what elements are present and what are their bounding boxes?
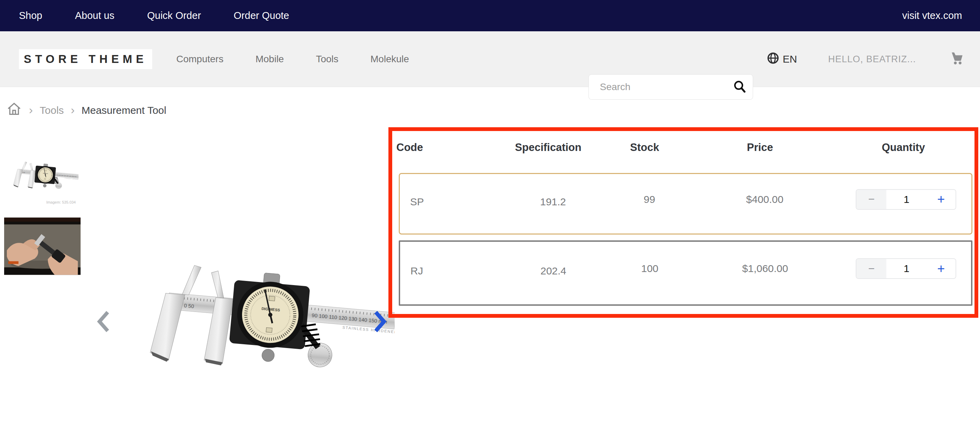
quantity-decrease-button[interactable]: − <box>856 190 886 209</box>
store-header: STORE THEME Computers Mobile Tools Molek… <box>0 31 980 87</box>
quantity-input[interactable] <box>886 190 926 209</box>
topbar-link-order-quote[interactable]: Order Quote <box>234 10 289 21</box>
breadcrumb: › Tools › Measurement Tool <box>6 101 166 120</box>
sku-stock: 99 <box>610 174 689 233</box>
language-label: EN <box>783 53 797 65</box>
product-thumbnail-video[interactable] <box>4 217 81 275</box>
search-icon <box>732 79 747 95</box>
thumbnail-watermark: Imagem: 535.034 <box>46 200 76 204</box>
store-logo[interactable]: STORE THEME <box>19 49 152 69</box>
quantity-decrease-button[interactable]: − <box>856 259 886 278</box>
sku-code: SP <box>400 174 496 233</box>
search-box <box>589 74 753 100</box>
sku-selector-highlight: Code Specification Stock Price Quantity … <box>388 127 978 318</box>
top-bar: Shop About us Quick Order Order Quote vi… <box>0 0 980 31</box>
column-header-code: Code <box>395 141 492 154</box>
sku-table-header: Code Specification Stock Price Quantity <box>395 141 971 154</box>
globe-icon <box>767 52 780 67</box>
sku-stock: 100 <box>610 242 689 304</box>
breadcrumb-separator-icon: › <box>71 104 75 117</box>
breadcrumb-separator-icon: › <box>29 104 33 117</box>
product-thumbnail-image[interactable]: Imagem: 535.034 <box>4 144 78 206</box>
breadcrumb-category[interactable]: Tools <box>40 105 64 116</box>
sku-specification: 191.2 <box>496 174 610 233</box>
nav-item-mobile[interactable]: Mobile <box>256 54 284 65</box>
top-bar-links: Shop About us Quick Order Order Quote <box>19 10 289 21</box>
column-header-stock: Stock <box>605 141 684 154</box>
main-nav: Computers Mobile Tools Molekule <box>176 31 409 87</box>
product-main-image <box>116 265 395 368</box>
language-selector[interactable]: EN <box>767 31 797 87</box>
sku-row-sp[interactable]: SP 191.2 99 $400.00 − + <box>399 173 972 234</box>
video-thumbnail-image <box>4 217 81 275</box>
breadcrumb-current-page: Measurement Tool <box>82 105 166 116</box>
cart-icon <box>949 52 965 67</box>
sku-price: $1,060.00 <box>689 242 841 304</box>
topbar-link-shop[interactable]: Shop <box>19 10 42 21</box>
column-header-quantity: Quantity <box>836 141 971 154</box>
home-icon[interactable] <box>6 101 22 120</box>
carousel-prev-button[interactable] <box>96 310 111 333</box>
search-button[interactable] <box>727 74 753 100</box>
carousel-next-button[interactable] <box>372 310 388 333</box>
nav-item-tools[interactable]: Tools <box>316 54 338 65</box>
search-input[interactable] <box>589 81 727 92</box>
topbar-link-about-us[interactable]: About us <box>75 10 115 21</box>
column-header-specification: Specification <box>492 141 605 154</box>
account-greeting[interactable]: HELLO, BEATRIZ... <box>828 31 916 87</box>
visit-vtex-link[interactable]: visit vtex.com <box>902 10 962 21</box>
sku-price: $400.00 <box>689 174 840 233</box>
topbar-link-quick-order[interactable]: Quick Order <box>147 10 201 21</box>
chevron-right-icon <box>372 328 388 334</box>
quantity-increase-button[interactable]: + <box>926 190 956 209</box>
cart-button[interactable] <box>945 31 969 87</box>
sku-specification: 202.4 <box>496 242 610 304</box>
quantity-stepper: − + <box>856 189 956 210</box>
quantity-input[interactable] <box>886 259 926 278</box>
quantity-stepper: − + <box>856 258 956 279</box>
nav-item-computers[interactable]: Computers <box>176 54 223 65</box>
sku-row-rj[interactable]: RJ 202.4 100 $1,060.00 − + <box>399 241 972 306</box>
quantity-increase-button[interactable]: + <box>926 259 956 278</box>
nav-item-molekule[interactable]: Molekule <box>371 54 409 65</box>
chevron-left-icon <box>96 328 111 334</box>
column-header-price: Price <box>684 141 836 154</box>
sku-code: RJ <box>400 242 496 304</box>
